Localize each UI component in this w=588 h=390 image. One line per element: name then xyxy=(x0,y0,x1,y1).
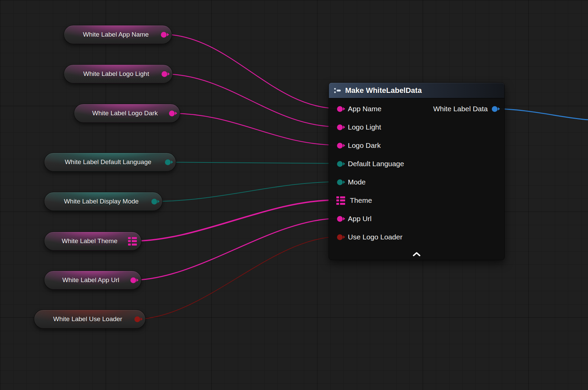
getter-node-white-label-use-loader[interactable]: White Label Use Loader xyxy=(34,310,146,329)
pin-label: Logo Dark xyxy=(348,141,381,150)
input-row-theme: Theme xyxy=(329,191,504,210)
input-row-mode: Mode xyxy=(329,173,504,191)
input-pin-default-language[interactable] xyxy=(337,161,343,167)
getter-node-white-label-theme[interactable]: White Label Theme xyxy=(44,232,142,251)
input-pin-app-name[interactable] xyxy=(337,106,343,112)
wire-app-url[interactable] xyxy=(131,218,339,280)
pin-label: Theme xyxy=(350,196,372,204)
wire-logo-dark[interactable] xyxy=(170,113,339,145)
node-label: White Label Theme xyxy=(55,237,124,245)
node-label: White Label App Name xyxy=(75,31,157,38)
input-row-logo-dark: Logo Dark xyxy=(329,136,504,155)
pin-label: White Label Data xyxy=(433,105,488,113)
wire-default-language[interactable] xyxy=(166,162,339,163)
wire-theme[interactable] xyxy=(131,200,335,241)
node-label: White Label Use Loader xyxy=(45,315,130,323)
input-pin-logo-light[interactable] xyxy=(337,124,343,130)
blueprint-graph-canvas[interactable]: { "colors": { "pink": "#e01ba2", "teal":… xyxy=(0,0,588,390)
output-pin-default-language[interactable] xyxy=(165,159,171,165)
struct-pin-theme-icon[interactable] xyxy=(128,237,137,246)
output-pin-white-label-data[interactable] xyxy=(492,106,498,112)
input-pin-mode[interactable] xyxy=(337,179,343,185)
wire-logo-light[interactable] xyxy=(163,74,339,127)
make-whitelabeldata-node[interactable]: Make WhiteLabelData App Name Logo Light … xyxy=(329,82,505,260)
collapse-node-button[interactable] xyxy=(409,250,424,258)
input-row-default-language: Default Language xyxy=(329,155,504,173)
output-pin-display-mode[interactable] xyxy=(151,199,157,204)
node-label: White Label Logo Dark xyxy=(85,110,165,117)
pin-label: App Url xyxy=(348,215,372,223)
pin-label: Default Language xyxy=(348,160,404,168)
getter-node-white-label-logo-light[interactable]: White Label Logo Light xyxy=(64,64,173,83)
getter-node-white-label-logo-dark[interactable]: White Label Logo Dark xyxy=(74,104,180,123)
output-pin-logo-light[interactable] xyxy=(162,71,167,77)
pin-label: Mode xyxy=(348,178,366,186)
input-row-use-logo-loader: Use Logo Loader xyxy=(329,228,504,246)
pin-label: App Name xyxy=(348,105,381,113)
chevron-up-icon xyxy=(413,252,421,256)
output-pin-app-name[interactable] xyxy=(161,32,167,38)
getter-node-white-label-app-url[interactable]: White Label App Url xyxy=(44,271,142,290)
input-row-logo-light: Logo Light xyxy=(329,118,504,136)
output-pin-app-url[interactable] xyxy=(130,277,136,283)
wire-app-name[interactable] xyxy=(162,34,339,109)
node-label: White Label Default Language xyxy=(55,158,161,166)
output-pin-use-loader[interactable] xyxy=(134,316,140,322)
input-pin-theme-struct-icon[interactable] xyxy=(336,196,345,205)
input-pin-app-url[interactable] xyxy=(337,216,343,222)
node-label: White Label Display Mode xyxy=(55,198,147,205)
pin-label: Use Logo Loader xyxy=(348,233,402,241)
output-pin-logo-dark[interactable] xyxy=(169,111,175,116)
make-struct-icon xyxy=(334,87,342,94)
wire-use-loader[interactable] xyxy=(135,237,339,319)
make-node-header[interactable]: Make WhiteLabelData xyxy=(329,83,504,98)
getter-node-white-label-default-language[interactable]: White Label Default Language xyxy=(44,153,176,172)
wire-mode[interactable] xyxy=(152,182,339,201)
getter-node-white-label-app-name[interactable]: White Label App Name xyxy=(64,25,172,44)
node-label: White Label Logo Light xyxy=(75,70,158,78)
input-row-app-url: App Url xyxy=(329,210,504,228)
input-pin-logo-dark[interactable] xyxy=(337,143,343,149)
output-row-white-label-data: White Label Data xyxy=(433,100,498,118)
make-node-input-rows: App Name Logo Light Logo Dark Default La… xyxy=(329,98,504,246)
wire-output-white-label-data[interactable] xyxy=(492,109,588,120)
make-node-title: Make WhiteLabelData xyxy=(345,86,422,95)
node-label: White Label App Url xyxy=(55,276,126,284)
input-pin-use-logo-loader[interactable] xyxy=(337,234,343,240)
getter-node-white-label-display-mode[interactable]: White Label Display Mode xyxy=(44,192,163,211)
pin-label: Logo Light xyxy=(348,123,381,131)
